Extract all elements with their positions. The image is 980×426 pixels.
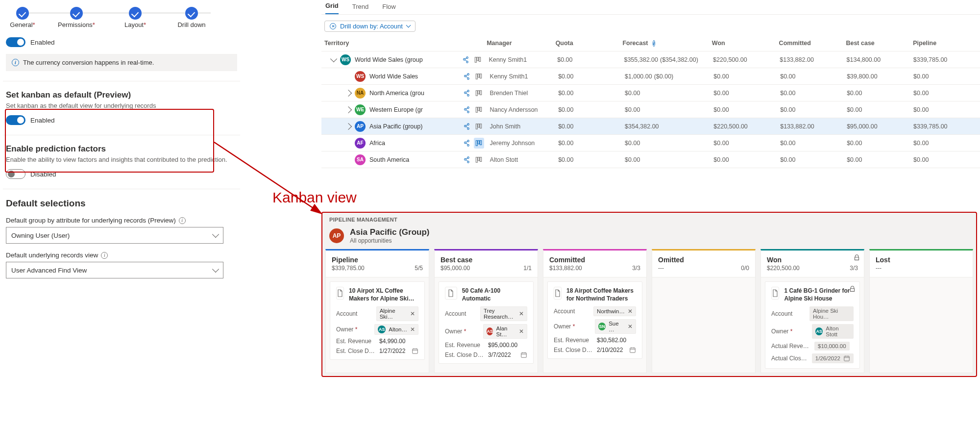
pipeline-cell: $0.00 [913, 106, 980, 113]
card-title: 10 Airpot XL Coffee Makers for Alpine Sk… [349, 287, 418, 302]
kanban-lane: Lost --- [869, 249, 973, 373]
share-icon[interactable] [462, 138, 472, 149]
account-pill[interactable]: Trey Research… ✕ [480, 306, 527, 321]
expander-closed-icon[interactable] [345, 123, 352, 129]
drilldown-chip[interactable]: Drill down by: Account [324, 21, 416, 32]
lane-body[interactable]: 18 Airpot Coffee Makers for Northwind Tr… [543, 277, 647, 373]
calendar-icon[interactable] [412, 348, 418, 354]
currency-toggle[interactable] [6, 37, 25, 47]
share-icon[interactable] [462, 104, 472, 115]
currency-info-box: i The currency conversion happens in rea… [6, 54, 237, 71]
kanban-icon[interactable] [474, 121, 484, 132]
grid-row[interactable]: WS World Wide Sales Kenny Smith1 $0.00 $… [321, 68, 980, 85]
territory-badge: AF [355, 138, 366, 149]
expander-closed-icon[interactable] [345, 89, 352, 96]
card-title: 50 Café A-100 Automatic [462, 287, 527, 302]
tab-flow[interactable]: Flow [382, 3, 395, 14]
territory-badge: AP [355, 121, 366, 132]
quota-cell: $0.00 [558, 90, 625, 97]
kanban-toggle[interactable] [6, 115, 25, 125]
lane-body[interactable]: 50 Café A-100 Automatic AccountTrey Rese… [434, 277, 538, 373]
committed-cell: $133,882.00 [780, 56, 846, 63]
remove-icon[interactable]: ✕ [410, 326, 415, 333]
quota-cell: $0.00 [558, 106, 625, 113]
svg-rect-3 [477, 57, 479, 60]
svg-rect-20 [476, 157, 478, 162]
help-icon[interactable]: i [179, 217, 186, 224]
kanban-card[interactable]: 18 Airpot Coffee Makers for Northwind Tr… [547, 281, 642, 359]
svg-rect-21 [478, 157, 480, 160]
won-cell: $220,500.00 [713, 123, 780, 130]
kanban-card[interactable]: 10 Airpot XL Coffee Makers for Alpine Sk… [330, 281, 425, 360]
calendar-icon[interactable] [629, 347, 636, 353]
group-avatar: AP [329, 228, 344, 243]
owner-pill[interactable]: SNSue … ✕ [595, 319, 636, 334]
territory-badge: NA [355, 88, 366, 99]
wizard-step[interactable]: General* [0, 7, 47, 28]
expander-open-icon[interactable] [330, 55, 337, 62]
share-icon[interactable] [460, 54, 470, 65]
grid-row[interactable]: NA North America (grou Brenden Thiel $0.… [321, 85, 980, 101]
check-icon [129, 7, 142, 20]
remove-icon[interactable]: ✕ [628, 323, 633, 330]
svg-rect-4 [479, 57, 481, 61]
share-icon[interactable] [462, 121, 472, 132]
grid-row[interactable]: AF Africa Jeremy Johnson $0.00 $0.00 $0.… [321, 135, 980, 151]
wizard-step[interactable]: Permissions* [52, 7, 101, 28]
kanban-icon[interactable] [474, 154, 484, 165]
account-pill[interactable]: Alpine Ski… ✕ [376, 306, 418, 321]
territory-name: Asia Pacific (group) [369, 123, 422, 130]
kanban-icon[interactable] [474, 88, 484, 99]
lane-body[interactable]: 10 Airpot XL Coffee Makers for Alpine Sk… [325, 277, 429, 373]
lane-body[interactable] [652, 277, 756, 373]
help-icon[interactable]: i [101, 252, 108, 259]
wizard-step[interactable]: Drill down [167, 7, 216, 28]
kanban-icon[interactable] [474, 104, 484, 115]
remove-icon[interactable]: ✕ [519, 310, 524, 317]
svg-rect-12 [478, 107, 480, 110]
share-icon[interactable] [462, 71, 472, 82]
expander-closed-icon[interactable] [345, 106, 352, 113]
check-icon [70, 7, 83, 20]
pipeline-cell: $0.00 [913, 90, 980, 97]
territory-name: Africa [369, 140, 385, 147]
remove-icon[interactable]: ✕ [410, 310, 415, 317]
tab-grid[interactable]: Grid [325, 2, 339, 14]
grid-row[interactable]: WE Western Europe (gr Nancy Andersson $0… [321, 101, 980, 118]
lane-body[interactable]: 1 Café BG-1 Grinder for Alpine Ski House… [760, 277, 864, 373]
remove-icon[interactable]: ✕ [628, 308, 633, 315]
remove-icon[interactable]: ✕ [519, 328, 524, 335]
committed-cell: $133,882.00 [780, 123, 847, 130]
wizard-step[interactable]: Layout* [111, 7, 160, 28]
grid-row[interactable]: SA South America Alton Stott $0.00 $0.00… [321, 151, 980, 168]
kanban-card[interactable]: 50 Café A-100 Automatic AccountTrey Rese… [439, 281, 534, 364]
manager-cell: Kenny Smith1 [489, 56, 557, 63]
calendar-icon[interactable] [520, 351, 527, 358]
kanban-icon[interactable] [473, 54, 483, 65]
account-pill: Alpine Ski Hou… [809, 306, 854, 321]
lane-body[interactable] [869, 277, 973, 373]
kanban-icon[interactable] [474, 71, 484, 82]
share-icon[interactable] [462, 88, 472, 99]
owner-pill[interactable]: ASAlton… ✕ [374, 324, 418, 335]
kanban-icon[interactable] [474, 138, 484, 149]
share-icon[interactable] [462, 154, 472, 165]
owner-pill[interactable]: ASAlan St… ✕ [483, 324, 527, 339]
account-pill[interactable]: Northwin… ✕ [593, 306, 636, 316]
quota-cell: $0.00 [558, 156, 625, 163]
revenue-value: $30,582.00 [597, 337, 626, 344]
card-title: 18 Airpot Coffee Makers for Northwind Tr… [566, 287, 636, 302]
grid-row[interactable]: AP Asia Pacific (group) John Smith $0.00… [321, 118, 980, 135]
svg-rect-13 [480, 107, 482, 111]
kanban-card[interactable]: 1 Café BG-1 Grinder for Alpine Ski House… [765, 281, 860, 369]
tab-trend[interactable]: Trend [352, 3, 368, 14]
svg-rect-26 [844, 356, 850, 361]
prediction-toggle[interactable] [6, 169, 25, 179]
groupby-select[interactable]: Owning User (User) [6, 227, 223, 244]
pipeline-cell: $0.00 [913, 140, 980, 147]
info-icon[interactable]: i [653, 40, 655, 47]
annotation-arrow [214, 142, 327, 216]
opportunity-icon [336, 287, 344, 300]
view-select[interactable]: User Advanced Find View [6, 262, 223, 278]
grid-row[interactable]: WS World Wide Sales (group Kenny Smith1 … [321, 51, 980, 68]
